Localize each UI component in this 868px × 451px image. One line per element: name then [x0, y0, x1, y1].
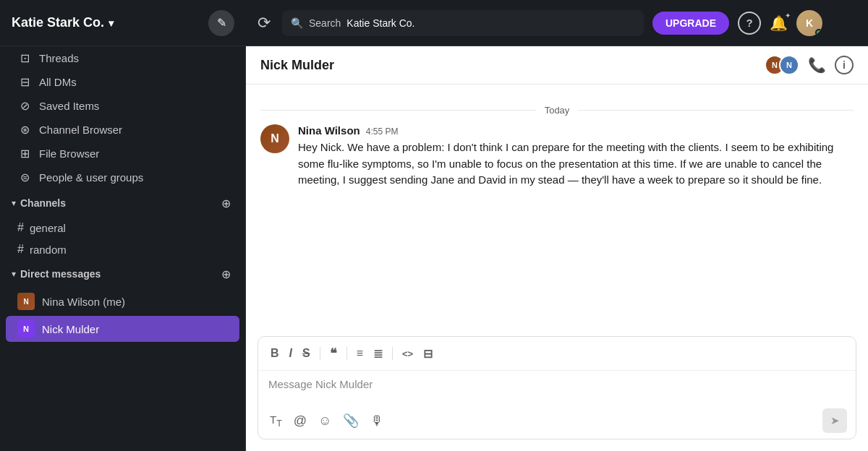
sidebar-item-all-dms[interactable]: ⊟ All DMs [6, 71, 239, 93]
dm-section[interactable]: ▾ Direct messages ⊕ [0, 260, 245, 288]
search-workspace-label: Katie Stark Co. [346, 17, 414, 29]
message-content: Nina Wilson 4:55 PM Hey Nick. We have a … [298, 124, 854, 189]
threads-icon: ⊡ [17, 51, 32, 65]
participants-avatars: N N [765, 55, 799, 75]
channel-browser-icon: ⊛ [17, 123, 32, 137]
message: N Nina Wilson 4:55 PM Hey Nick. We have … [260, 124, 854, 189]
participant-avatar-2: N [779, 55, 799, 75]
saved-items-icon: ⊘ [17, 99, 32, 113]
mention-button[interactable]: @ [291, 411, 310, 431]
dm-nina-label: Nina Wilson (me) [42, 296, 125, 308]
info-button[interactable]: i [835, 56, 854, 74]
toolbar-separator-1 [320, 347, 320, 360]
upgrade-button[interactable]: UPGRADE [652, 12, 729, 35]
sidebar-item-saved-items-label: Saved Items [39, 100, 99, 112]
dm-item-nina-wilson[interactable]: N Nina Wilson (me) [6, 288, 239, 314]
sidebar-item-file-browser[interactable]: ⊞ File Browser [6, 142, 239, 165]
workspace-name-button[interactable]: Katie Stark Co. ▾ [12, 15, 114, 30]
message-avatar: N [260, 124, 289, 153]
send-icon: ➤ [830, 414, 840, 427]
sidebar-item-people-groups[interactable]: ⊜ People & user groups [6, 166, 239, 189]
sidebar: ⊡ Threads ⊟ All DMs ⊘ Saved Items ⊛ Chan… [0, 46, 246, 451]
header-left: Katie Stark Co. ▾ ✎ [0, 10, 246, 36]
channels-section-label: Channels [20, 197, 218, 209]
bold-button[interactable]: B [267, 344, 283, 363]
header-main: ⟳ 🔍 Search Katie Stark Co. UPGRADE ? 🔔 ✦… [246, 10, 868, 36]
sidebar-item-channel-browser-label: Channel Browser [39, 124, 122, 136]
channel-random-label: random [30, 244, 67, 256]
hash-icon: # [17, 243, 24, 256]
emoji-button[interactable]: ☺ [315, 411, 334, 431]
channel-item-general[interactable]: # general [6, 218, 239, 238]
main-chat: Nick Mulder N N 📞 i Today N [246, 46, 868, 451]
nick-avatar: N [17, 320, 35, 338]
edit-button[interactable]: ✎ [208, 10, 234, 36]
ordered-list-button[interactable]: ≡ [353, 344, 367, 363]
date-label: Today [545, 105, 570, 116]
nina-avatar: N [17, 293, 35, 310]
sidebar-item-channel-browser[interactable]: ⊛ Channel Browser [6, 119, 239, 141]
online-indicator [815, 29, 822, 36]
sidebar-item-file-browser-label: File Browser [39, 147, 99, 160]
edit-icon: ✎ [217, 16, 226, 30]
chat-header-actions: N N 📞 i [765, 55, 854, 75]
compose-placeholder: Message Nick Mulder [268, 378, 373, 390]
sidebar-item-threads[interactable]: ⊡ Threads [6, 47, 239, 69]
chat-header: Nick Mulder N N 📞 i [246, 46, 868, 85]
message-text: Hey Nick. We have a problem: I don't thi… [298, 139, 854, 189]
sidebar-item-all-dms-label: All DMs [39, 76, 77, 88]
attach-button[interactable]: 📎 [340, 410, 362, 431]
sidebar-item-threads-label: Threads [39, 52, 79, 64]
compose-bottom-toolbar: TT @ ☺ 📎 🎙 ➤ [258, 403, 856, 439]
channels-section[interactable]: ▾ Channels ⊕ [0, 189, 245, 217]
message-sender: Nina Wilson [298, 124, 360, 137]
help-button[interactable]: ? [738, 12, 761, 35]
hash-icon: # [17, 221, 24, 234]
code-block-button[interactable]: ⊟ [420, 344, 436, 364]
italic-button[interactable]: I [286, 344, 296, 363]
send-button[interactable]: ➤ [822, 408, 847, 433]
message-time: 4:55 PM [366, 126, 399, 137]
unordered-list-button[interactable]: ≣ [370, 344, 386, 364]
code-button[interactable]: <> [399, 345, 417, 362]
people-groups-icon: ⊜ [17, 171, 32, 184]
sidebar-item-saved-items[interactable]: ⊘ Saved Items [6, 95, 239, 117]
channels-collapse-icon: ▾ [12, 198, 16, 208]
history-button[interactable]: ⟳ [258, 14, 271, 33]
search-bar[interactable]: 🔍 Search Katie Stark Co. [282, 10, 644, 36]
channel-item-random[interactable]: # random [6, 239, 239, 259]
user-avatar[interactable]: K [796, 10, 822, 36]
toolbar-separator-3 [392, 347, 393, 360]
workspace-chevron-icon: ▾ [109, 17, 114, 29]
app-container: Katie Stark Co. ▾ ✎ ⟳ 🔍 Search Katie Sta… [0, 0, 868, 451]
add-dm-button[interactable]: ⊕ [218, 266, 234, 282]
chat-name: Nick Mulder [260, 58, 765, 73]
channel-general-label: general [30, 222, 66, 234]
date-divider: Today [260, 105, 854, 116]
header: Katie Stark Co. ▾ ✎ ⟳ 🔍 Search Katie Sta… [0, 0, 868, 46]
notification-badge: ✦ [785, 12, 791, 20]
strikethrough-button[interactable]: S [299, 344, 314, 363]
body: ⊡ Threads ⊟ All DMs ⊘ Saved Items ⊛ Chan… [0, 46, 868, 451]
search-label: Search [309, 17, 341, 29]
text-style-button[interactable]: TT [267, 411, 285, 431]
all-dms-icon: ⊟ [17, 75, 32, 89]
dm-collapse-icon: ▾ [12, 269, 16, 279]
dm-section-label: Direct messages [20, 268, 218, 280]
sidebar-item-people-groups-label: People & user groups [39, 171, 143, 184]
notifications-button[interactable]: 🔔 ✦ [770, 14, 788, 32]
compose-area: B I S ❝ ≡ ≣ <> ⊟ Message Nick Mulder TT [258, 336, 856, 439]
dm-item-nick-mulder[interactable]: N Nick Mulder [6, 316, 239, 342]
add-channel-button[interactable]: ⊕ [218, 195, 234, 211]
toolbar-separator-2 [346, 347, 347, 360]
call-button[interactable]: 📞 [808, 56, 826, 74]
workspace-name-label: Katie Stark Co. [12, 15, 104, 30]
quote-button[interactable]: ❝ [326, 343, 341, 364]
message-header: Nina Wilson 4:55 PM [298, 124, 854, 137]
file-browser-icon: ⊞ [17, 147, 32, 160]
audio-button[interactable]: 🎙 [367, 411, 386, 431]
compose-toolbar: B I S ❝ ≡ ≣ <> ⊟ [258, 337, 856, 371]
search-icon: 🔍 [291, 17, 303, 29]
dm-nick-label: Nick Mulder [42, 323, 99, 335]
compose-input[interactable]: Message Nick Mulder [258, 371, 856, 403]
